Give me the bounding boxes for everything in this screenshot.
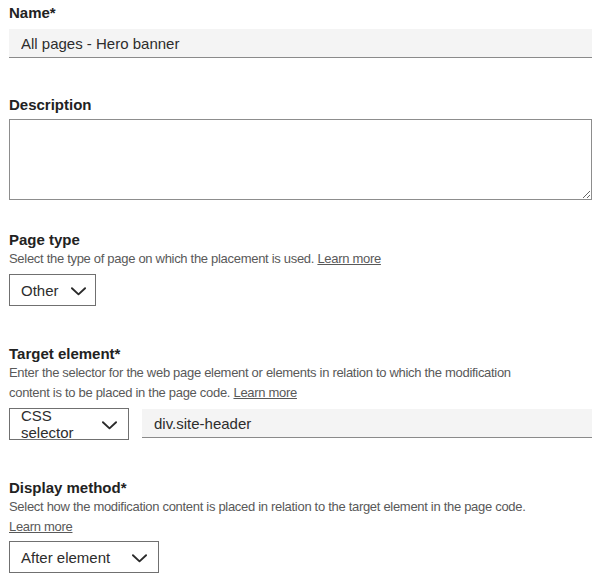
chevron-down-icon <box>132 549 147 566</box>
page-type-helper-text: Select the type of page on which the pla… <box>9 251 317 266</box>
chevron-down-icon <box>102 416 117 433</box>
page-type-learn-more-link[interactable]: Learn more <box>317 251 380 266</box>
display-method-selected-value: After element <box>21 549 110 566</box>
display-method-helper-text: Select how the modification content is p… <box>9 499 526 514</box>
target-element-label: Target element* <box>9 344 592 363</box>
selector-type-select[interactable]: CSS selector <box>9 408 129 440</box>
display-method-helper: Select how the modification content is p… <box>9 497 592 537</box>
display-method-select[interactable]: After element <box>9 541 159 573</box>
placement-settings-form: Name* Description Page type Select the t… <box>0 0 600 577</box>
selector-value-input[interactable] <box>142 409 592 438</box>
description-label: Description <box>9 95 592 114</box>
page-type-select[interactable]: Other <box>9 274 96 306</box>
description-textarea[interactable] <box>9 119 592 200</box>
target-element-helper: Enter the selector for the web page elem… <box>9 363 592 403</box>
page-type-label: Page type <box>9 230 592 249</box>
display-method-learn-more-link[interactable]: Learn more <box>9 519 72 534</box>
name-input[interactable] <box>9 29 592 58</box>
name-label: Name* <box>9 4 56 21</box>
page-type-helper: Select the type of page on which the pla… <box>9 249 592 269</box>
selector-type-selected-value: CSS selector <box>21 407 90 441</box>
target-element-learn-more-link[interactable]: Learn more <box>233 385 296 400</box>
page-type-selected-value: Other <box>21 282 59 299</box>
display-method-label: Display method* <box>9 478 592 497</box>
target-element-row: CSS selector <box>9 408 592 440</box>
chevron-down-icon <box>71 282 86 299</box>
